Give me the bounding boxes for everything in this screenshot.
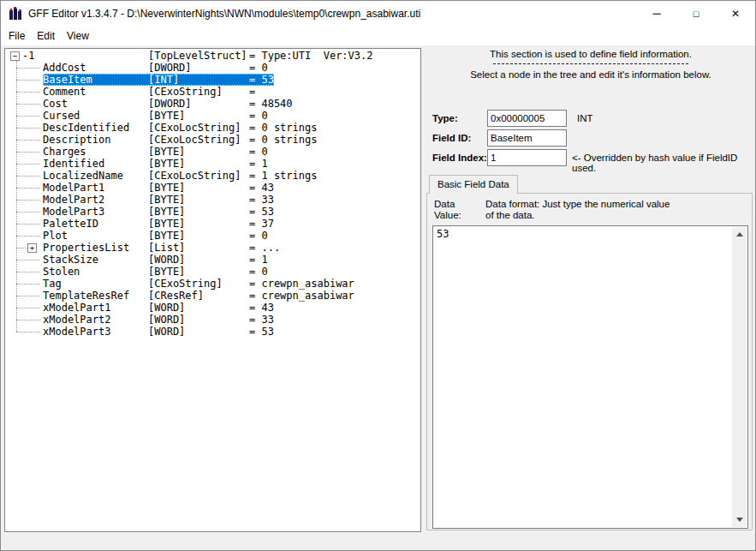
tree-guide-stub [16,176,40,177]
tree-row-text: Stolen[BYTE]= 0 [43,266,268,278]
tree-row-text: TemplateResRef[CResRef]= crewpn_asabiwar [43,290,354,302]
tree-guide-stub [16,128,40,129]
field-index-label: Field Index: [432,153,487,163]
tree-row-addcost[interactable]: AddCost[DWORD]= 0 [5,62,420,74]
titlebar: GFF Editor v1.3.4.7 - D:\NeverwinterNigh… [1,1,755,27]
data-format-hint: Data format: Just type the numerical val… [485,199,674,221]
tree-row-modelpart1[interactable]: ModelPart1[BYTE]= 43 [5,182,420,194]
tree-row-stolen[interactable]: Stolen[BYTE]= 0 [5,266,420,278]
tree-row-text: xModelPart1[WORD]= 43 [43,302,274,314]
minimize-button[interactable]: ─ [637,1,676,27]
expand-icon[interactable]: + [27,243,37,253]
tree-row-charges[interactable]: Charges[BYTE]= 0 [5,146,420,158]
dashed-separator [493,63,688,64]
tree-row-text: Plot[BYTE]= 0 [43,230,268,242]
tree-guide-stub [16,272,40,273]
gff-editor-window: { "window": { "title": "GFF Editor v1.3.… [0,0,756,551]
field-index-note: <- Overridden by hash value if FieldID u… [572,153,756,173]
tree-row-text: PaletteID[BYTE]= 37 [43,218,274,230]
tree-guide-stub [16,152,40,153]
tree-row-templateresref[interactable]: TemplateResRef[CResRef]= crewpn_asabiwar [5,290,420,302]
tree-row-text: Cursed[BYTE]= 0 [43,110,268,122]
tree-row-description[interactable]: Description[CExoLocString]= 0 strings [5,134,420,146]
tree-guide-stub [16,200,40,201]
tree-row-stacksize[interactable]: StackSize[WORD]= 1 [5,254,420,266]
tree-row-propertieslist[interactable]: +PropertiesList[List]= ... [5,242,420,254]
collapse-icon[interactable]: − [10,51,20,61]
tree-row-descidentified[interactable]: DescIdentified[CExoLocString]= 0 strings [5,122,420,134]
data-value-label: Data [434,199,455,209]
menu-item-view[interactable]: View [61,27,95,45]
tree-guide-stub [16,296,40,296]
data-value-label: Value: [434,210,461,220]
tree-row-modelpart2[interactable]: ModelPart2[BYTE]= 33 [5,194,420,206]
tree-guide-stub [16,188,40,189]
tree-row-text: Identified[BYTE]= 1 [43,158,268,170]
tree-guide-stub [16,284,40,284]
minimize-icon: ─ [652,1,660,27]
tree-guide-stub [16,248,27,249]
tree-row-text: ModelPart1[BYTE]= 43 [43,182,274,194]
tree-row-comment[interactable]: Comment[CExoString]= [5,86,420,98]
tree-row-text: DescIdentified[CExoLocString]= 0 strings [43,122,317,134]
select-node-hint: Select a node in the tree and edit it's … [425,69,756,80]
tree-row-identified[interactable]: Identified[BYTE]= 1 [5,158,420,170]
tree-row-xmodelpart3[interactable]: xModelPart3[WORD]= 53 [5,326,420,338]
tree-row-text: xModelPart2[WORD]= 33 [43,314,274,326]
field-id-input[interactable] [487,129,567,147]
tree-row-text: ModelPart3[BYTE]= 53 [43,206,274,218]
menu-item-edit[interactable]: Edit [31,27,61,45]
scroll-up-icon [736,232,743,237]
menu-item-file[interactable]: File [3,27,31,45]
tree-row-text: Description[CExoLocString]= 0 strings [43,134,317,146]
scroll-up-button[interactable] [732,227,747,242]
basic-field-data-pane: Data Value: Data format: Just type the n… [426,193,753,530]
tree-row-text: PropertiesList[List]= ... [43,242,280,254]
scroll-down-icon [736,518,743,522]
tree-row-text: ModelPart2[BYTE]= 33 [43,194,274,206]
tree-row-text: Cost[DWORD]= 48540 [43,98,293,110]
value-scrollbar[interactable] [732,227,747,527]
tree-row-text: Charges[BYTE]= 0 [43,146,268,158]
type-input[interactable] [487,110,567,127]
tree-row-cursed[interactable]: Cursed[BYTE]= 0 [5,110,420,122]
type-name-text: INT [577,113,593,123]
field-data-input[interactable]: 53 [437,228,730,240]
tree-row-paletteid[interactable]: PaletteID[BYTE]= 37 [5,218,420,230]
tree-guide-stub [16,164,40,165]
tree-guide-stub [16,80,40,81]
tree-row-root[interactable]: −-1[TopLevelStruct]= Type:UTI Ver:V3.2 [5,50,420,62]
tree-row-modelpart3[interactable]: ModelPart3[BYTE]= 53 [5,206,420,218]
tree-row-tag[interactable]: Tag[CExoString]= crewpn_asabiwar [5,278,420,290]
window-title: GFF Editor v1.3.4.7 - D:\NeverwinterNigh… [28,8,420,20]
tree-row-xmodelpart1[interactable]: xModelPart1[WORD]= 43 [5,302,420,314]
tree-guide-stub [16,236,40,237]
maximize-button[interactable]: □ [676,1,716,27]
tree-row-text: xModelPart3[WORD]= 53 [43,326,274,338]
close-button[interactable]: ✕ [716,1,755,27]
tree-row-text: Comment[CExoString]= [43,86,255,98]
tree-row-text: Tag[CExoString]= crewpn_asabiwar [43,278,354,290]
field-id-label: Field ID: [432,133,471,143]
scroll-down-button[interactable] [732,512,747,527]
tree-row-cost[interactable]: Cost[DWORD]= 48540 [5,98,420,110]
close-icon: ✕ [731,1,740,27]
tree-guide-stub [16,104,40,105]
caption-buttons: ─ □ ✕ [637,1,755,27]
menu-bar: FileEditView [1,27,755,45]
tab-basic-field-data[interactable]: Basic Field Data [429,175,518,194]
tree-row-localizedname[interactable]: LocalizedName[CExoLocString]= 1 strings [5,170,420,182]
tree-guide-stub [16,320,40,320]
field-index-input[interactable] [487,149,567,166]
tree-guide-stub [16,68,40,69]
tree-row-text: AddCost[DWORD]= 0 [43,62,268,74]
app-icon [9,7,22,21]
tree-guide-stub [16,140,40,141]
tree-row-plot[interactable]: Plot[BYTE]= 0 [5,230,420,242]
tree-row-text: -1[TopLevelStruct]= Type:UTI Ver:V3.2 [22,50,373,62]
tree-guide-stub [16,92,40,93]
tree-row-baseitem[interactable]: BaseItem[INT]= 53 [5,74,420,86]
tree-row-xmodelpart2[interactable]: xModelPart2[WORD]= 33 [5,314,420,326]
field-data-editbox: 53 [432,225,748,529]
tree-view: −-1[TopLevelStruct]= Type:UTI Ver:V3.2Ad… [4,48,421,532]
